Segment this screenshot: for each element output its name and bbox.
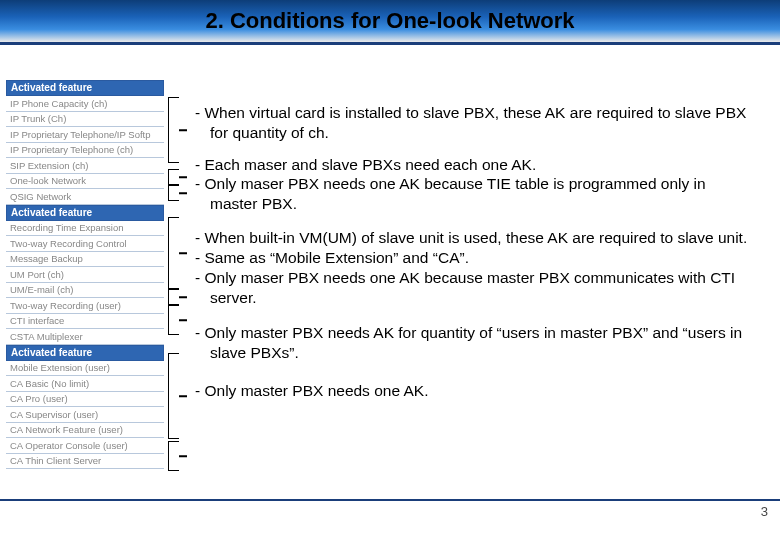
- feature-row: UM/E-mail (ch): [6, 283, 164, 299]
- slide-title: 2. Conditions for One-look Network: [0, 8, 780, 34]
- bracket-3a: [168, 217, 179, 289]
- note-line: - Only maser PBX needs one AK because ma…: [195, 268, 750, 308]
- feature-row: Recording Time Expansion: [6, 221, 164, 237]
- note-group-1: - When virtual card is installed to slav…: [195, 103, 750, 143]
- feature-row: CTI interface: [6, 314, 164, 330]
- note-group-3: - When built-in VM(UM) of slave unit is …: [195, 228, 750, 307]
- feature-row: Mobile Extension (user): [6, 361, 164, 377]
- feature-row: CA Network Feature (user): [6, 423, 164, 439]
- section-head-2: Activated feature: [6, 205, 164, 221]
- page-number: 3: [761, 504, 768, 519]
- note-line: - When virtual card is installed to slav…: [195, 103, 750, 143]
- slide-header: 2. Conditions for One-look Network: [0, 0, 780, 42]
- feature-row: IP Trunk (Ch): [6, 112, 164, 128]
- feature-table: Activated feature IP Phone Capacity (ch)…: [6, 80, 164, 469]
- feature-row: Two-way Recording (user): [6, 298, 164, 314]
- slide-body: Activated feature IP Phone Capacity (ch)…: [0, 45, 780, 523]
- feature-row: Two-way Recording Control: [6, 236, 164, 252]
- note-line: - When built-in VM(UM) of slave unit is …: [195, 228, 750, 248]
- bottom-rule: [0, 499, 780, 501]
- note-line: - Only master PBX needs AK for quantity …: [195, 323, 750, 363]
- feature-row: CA Thin Client Server: [6, 454, 164, 470]
- feature-row: CSTA Multiplexer: [6, 329, 164, 345]
- note-line: - Same as “Mobile Extension” and “CA”.: [195, 248, 750, 268]
- feature-row: IP Proprietary Telephone/IP Softp: [6, 127, 164, 143]
- note-group-5: - Only master PBX needs one AK.: [195, 381, 750, 401]
- note-line: - Each maser and slave PBXs need each on…: [195, 155, 750, 175]
- bracket-2a: [168, 169, 179, 185]
- bracket-3b: [168, 289, 179, 305]
- feature-row: One-look Network: [6, 174, 164, 190]
- feature-row: IP Phone Capacity (ch): [6, 96, 164, 112]
- section-head-1: Activated feature: [6, 80, 164, 96]
- feature-row: CA Pro (user): [6, 392, 164, 408]
- feature-row: CA Supervisor (user): [6, 407, 164, 423]
- bracket-2b: [168, 185, 179, 201]
- feature-row: CA Basic (No limit): [6, 376, 164, 392]
- bracket-3c: [168, 305, 179, 335]
- bracket-4: [168, 353, 179, 439]
- note-group-4: - Only master PBX needs AK for quantity …: [195, 323, 750, 363]
- section-head-3: Activated feature: [6, 345, 164, 361]
- feature-row: SIP Extension (ch): [6, 158, 164, 174]
- feature-row: QSIG Network: [6, 189, 164, 205]
- feature-row: IP Proprietary Telephone (ch): [6, 143, 164, 159]
- feature-row: CA Operator Console (user): [6, 438, 164, 454]
- feature-row: Message Backup: [6, 252, 164, 268]
- note-group-2: - Each maser and slave PBXs need each on…: [195, 155, 750, 214]
- bracket-5: [168, 441, 179, 471]
- note-line: - Only master PBX needs one AK.: [195, 381, 750, 401]
- note-line: - Only maser PBX needs one AK because TI…: [195, 174, 750, 214]
- feature-row: UM Port (ch): [6, 267, 164, 283]
- bracket-1: [168, 97, 179, 163]
- notes-panel: - When virtual card is installed to slav…: [195, 103, 750, 413]
